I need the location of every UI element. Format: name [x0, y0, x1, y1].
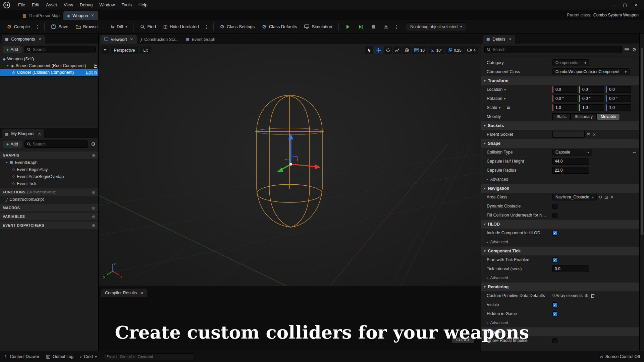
- hidden-in-game-checkbox[interactable]: ✓: [552, 311, 557, 316]
- edit-in-cpp-link[interactable]: Edit in: [86, 70, 97, 75]
- gizmo-x-axis[interactable]: [291, 164, 316, 167]
- clear-icon[interactable]: ✕: [610, 195, 614, 200]
- details-scrollbar[interactable]: [639, 34, 644, 351]
- tick-advanced-row[interactable]: ▸ Advanced: [481, 274, 639, 283]
- macros-section-header[interactable]: MACROS ⊕: [0, 204, 98, 212]
- close-icon[interactable]: ✕: [140, 291, 143, 295]
- parent-socket-field[interactable]: [552, 131, 585, 138]
- hlod-advanced-row[interactable]: ▸ Advanced: [481, 238, 639, 247]
- select-tool-button[interactable]: [365, 46, 373, 54]
- maximize-icon[interactable]: ▢: [623, 2, 627, 7]
- save-button[interactable]: Save: [48, 22, 71, 31]
- edit-in-cpp-link[interactable]: E: [94, 63, 97, 68]
- viewport-3d[interactable]: z y x ≡ Perspective Lit: [99, 44, 481, 286]
- details-search-input[interactable]: [484, 46, 622, 53]
- play-options-icon[interactable]: ⋮: [393, 23, 400, 31]
- details-settings-gear-icon[interactable]: ⚙: [632, 47, 636, 52]
- component-class-dropdown[interactable]: ComboWeaponCollisionComponent ▾: [552, 68, 630, 75]
- tab-construction-script[interactable]: ƒ Construction Scr...: [137, 35, 182, 44]
- menu-view[interactable]: View: [60, 0, 76, 10]
- add-macro-icon[interactable]: ⊕: [92, 205, 96, 210]
- tab-viewport[interactable]: Viewport ✕: [100, 35, 137, 44]
- eject-button[interactable]: [380, 22, 392, 32]
- category-dropdown[interactable]: Components ▾: [552, 59, 589, 66]
- capsule-collider-wireframe[interactable]: [255, 95, 324, 227]
- my-blueprint-search-input[interactable]: [24, 140, 88, 148]
- menu-tools[interactable]: Tools: [118, 0, 135, 10]
- shape-section-header[interactable]: ▾ Shape: [481, 139, 639, 148]
- add-event-dispatcher-icon[interactable]: ⊕: [92, 223, 96, 228]
- delete-array-icon[interactable]: [591, 294, 595, 298]
- close-icon[interactable]: ✕: [38, 37, 41, 42]
- rotation-y-field[interactable]: 0.0 °: [579, 95, 604, 102]
- components-tab[interactable]: ▦ Components ✕: [2, 35, 45, 44]
- close-icon[interactable]: ✕: [509, 37, 512, 42]
- simulation-button[interactable]: Simulation: [301, 22, 335, 31]
- close-icon[interactable]: ✕: [130, 37, 133, 42]
- content-drawer-button[interactable]: ↥ Content Drawer: [4, 354, 39, 359]
- mobility-stationary-button[interactable]: Stationary: [571, 113, 597, 120]
- tab-event-graph[interactable]: ▦ Event Graph: [182, 35, 219, 44]
- my-blueprint-tab[interactable]: ▦ My Blueprint ✕: [2, 129, 44, 138]
- shape-advanced-row[interactable]: ▸ Advanced: [481, 175, 639, 184]
- rotation-x-field[interactable]: 0.0 °: [552, 95, 577, 102]
- diff-button[interactable]: ⇆ Diff ▾: [108, 22, 130, 31]
- caret-down-icon[interactable]: ▾: [6, 64, 9, 67]
- rotation-z-field[interactable]: 0.0 °: [606, 95, 631, 102]
- class-settings-button[interactable]: ⚙ Class Settings: [217, 22, 258, 31]
- display-filter-icon[interactable]: [625, 48, 629, 52]
- add-array-element-icon[interactable]: ⊕: [585, 293, 589, 298]
- output-log-button[interactable]: Output Log: [46, 354, 73, 359]
- menu-window[interactable]: Window: [96, 0, 118, 10]
- parent-class-link[interactable]: Combo System Weapon: [593, 13, 639, 17]
- scale-snap-control[interactable]: 0.25: [445, 46, 464, 54]
- area-class-dropdown[interactable]: NavArea_Obstacle ▾: [552, 194, 597, 200]
- components-search-input[interactable]: [24, 46, 96, 53]
- scale-y-field[interactable]: 1.0: [579, 104, 604, 111]
- compiler-results-tab[interactable]: Compiler Results ✕: [101, 289, 147, 297]
- rotation-snap-control[interactable]: 10°: [428, 46, 444, 54]
- compile-options-icon[interactable]: ⋮: [34, 23, 41, 31]
- menu-edit[interactable]: Edit: [29, 0, 43, 10]
- grid-snap-control[interactable]: 10: [412, 46, 427, 54]
- cmd-dropdown[interactable]: › Cmd ▾: [80, 354, 97, 359]
- world-local-toggle-button[interactable]: [402, 46, 411, 54]
- menu-help[interactable]: Help: [135, 0, 151, 10]
- class-defaults-button[interactable]: ⚙ Class Defaults: [259, 22, 300, 31]
- stop-button[interactable]: [368, 22, 379, 32]
- chevron-down-icon[interactable]: ▾: [499, 106, 500, 110]
- console-command-input[interactable]: [104, 353, 194, 360]
- compile-button[interactable]: ⚙ Compile: [4, 22, 33, 31]
- tree-item-scene-component[interactable]: ▾ ◈ Scene Component (Root Component) E: [0, 62, 98, 69]
- unreal-logo-icon[interactable]: U: [3, 2, 10, 8]
- gizmo-origin[interactable]: [289, 163, 292, 166]
- blueprint-settings-gear-icon[interactable]: ⚙: [91, 141, 96, 147]
- perspective-button[interactable]: Perspective: [111, 46, 139, 54]
- start-tick-checkbox[interactable]: ✓: [552, 257, 557, 262]
- variables-section-header[interactable]: VARIABLES ⊕: [0, 213, 98, 220]
- viewport-options-button[interactable]: ≡: [102, 46, 109, 54]
- use-selected-icon[interactable]: ↺: [599, 195, 602, 200]
- include-in-hlod-checkbox[interactable]: ✓: [552, 231, 557, 236]
- chevron-down-icon[interactable]: ▾: [504, 88, 506, 92]
- rendering-section-header[interactable]: ▾ Rendering: [481, 283, 639, 291]
- caret-down-icon[interactable]: ▾: [6, 161, 8, 164]
- add-blueprint-item-button[interactable]: + Add: [3, 141, 22, 148]
- mobility-static-button[interactable]: Static: [552, 113, 571, 120]
- menu-file[interactable]: File: [15, 0, 29, 10]
- event-actorbeginoverlap-item[interactable]: ◇ Event ActorBeginOverlap: [0, 173, 98, 180]
- visible-checkbox[interactable]: ✓: [552, 302, 557, 307]
- location-z-field[interactable]: 0.0: [606, 86, 631, 93]
- capsule-radius-field[interactable]: 22.0: [552, 167, 589, 174]
- find-button[interactable]: Find: [137, 22, 159, 31]
- add-function-icon[interactable]: ⊕: [92, 190, 96, 195]
- navigation-section-header[interactable]: ▾ Navigation: [481, 184, 639, 193]
- fill-collision-checkbox[interactable]: ✓: [552, 213, 557, 218]
- scrollbar-thumb[interactable]: [641, 48, 643, 235]
- rotate-tool-button[interactable]: [384, 46, 392, 54]
- graphs-section-header[interactable]: GRAPHS ⊕: [0, 152, 98, 159]
- component-tick-section-header[interactable]: ▾ Component Tick: [481, 247, 639, 255]
- browse-button[interactable]: Browse: [73, 22, 101, 31]
- reset-to-default-icon[interactable]: ↩: [633, 150, 637, 155]
- tree-item-collider-selected[interactable]: ◎ Collider (Collision Component) Edit in: [0, 69, 98, 76]
